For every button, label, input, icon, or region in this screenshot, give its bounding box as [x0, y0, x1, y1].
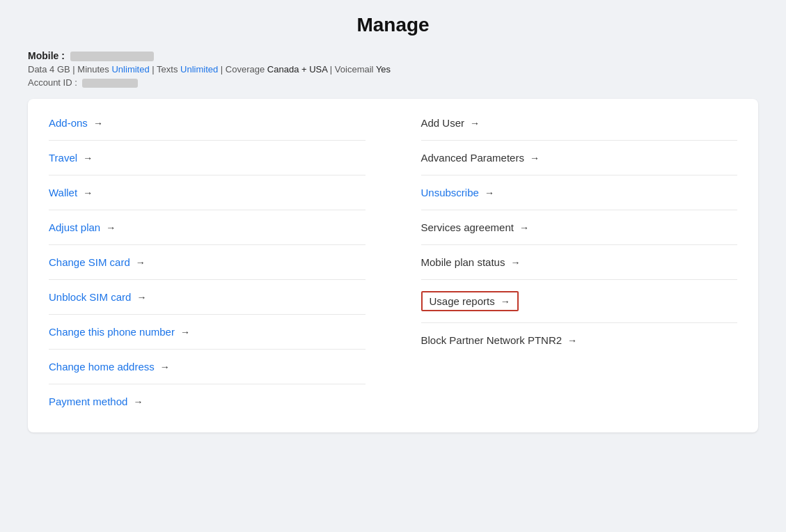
right-menu-item-advanced-parameters[interactable]: Advanced Parameters →: [421, 141, 738, 175]
account-id-row: Account ID :: [28, 77, 758, 88]
left-menu-col: Add-ons →Travel →Wallet →Adjust plan →Ch…: [49, 106, 393, 418]
arrow-icon-block-partner-network: →: [567, 335, 577, 346]
left-menu-label-adjust-plan: Adjust plan: [49, 221, 100, 233]
left-menu-label-unblock-sim-card: Unblock SIM card: [49, 291, 131, 303]
right-menu-col: Add User →Advanced Parameters →Unsubscri…: [393, 106, 738, 418]
left-menu-item-add-ons[interactable]: Add-ons →: [49, 106, 366, 141]
arrow-icon-mobile-plan-status: →: [510, 257, 520, 268]
manage-card: Add-ons →Travel →Wallet →Adjust plan →Ch…: [28, 99, 758, 432]
arrow-icon-add-ons: →: [93, 118, 103, 129]
right-menu-label-usage-reports: Usage reports: [430, 295, 495, 307]
arrow-icon-change-phone-number: →: [180, 327, 190, 338]
left-menu-label-travel: Travel: [49, 152, 77, 164]
right-menu-label-block-partner-network: Block Partner Network PTNR2: [421, 334, 563, 346]
arrow-icon-unsubscribe: →: [485, 187, 494, 198]
arrow-icon-travel: →: [83, 152, 93, 164]
left-menu-item-adjust-plan[interactable]: Adjust plan →: [49, 210, 366, 245]
right-menu-label-advanced-parameters: Advanced Parameters: [421, 152, 524, 164]
left-menu-item-travel[interactable]: Travel →: [49, 141, 366, 175]
left-menu-item-wallet[interactable]: Wallet →: [49, 175, 366, 210]
arrow-icon-wallet: →: [83, 187, 93, 198]
arrow-icon-add-user: →: [470, 118, 480, 129]
left-menu-item-unblock-sim-card[interactable]: Unblock SIM card →: [49, 280, 366, 315]
right-menu-label-mobile-plan-status: Mobile plan status: [421, 256, 505, 268]
right-menu-item-block-partner-network[interactable]: Block Partner Network PTNR2 →: [421, 323, 738, 357]
page-container: Manage Mobile : Data 4 GB | Minutes Unli…: [0, 0, 786, 446]
right-menu-item-unsubscribe[interactable]: Unsubscribe →: [421, 175, 738, 210]
left-menu-label-change-phone-number: Change this phone number: [49, 326, 175, 338]
left-menu-label-add-ons: Add-ons: [49, 117, 88, 129]
right-menu-label-add-user: Add User: [421, 117, 465, 129]
usage-reports-highlighted-box: Usage reports →: [421, 291, 519, 311]
arrow-icon-change-home-address: →: [160, 361, 170, 373]
right-menu-label-unsubscribe: Unsubscribe: [421, 187, 479, 198]
arrow-icon-adjust-plan: →: [106, 222, 116, 233]
arrow-icon-payment-method: →: [133, 396, 143, 407]
menu-grid: Add-ons →Travel →Wallet →Adjust plan →Ch…: [49, 106, 737, 418]
mobile-number-blur: [70, 52, 154, 61]
account-id-blur: [82, 79, 138, 88]
arrow-icon-usage-reports: →: [501, 296, 510, 307]
right-menu-item-usage-reports[interactable]: Usage reports →: [421, 280, 738, 323]
arrow-icon-advanced-parameters: →: [530, 152, 540, 164]
mobile-label: Mobile :: [28, 50, 758, 61]
arrow-icon-services-agreement: →: [519, 222, 529, 233]
right-menu-label-services-agreement: Services agreement: [421, 221, 514, 233]
left-menu-item-change-sim-card[interactable]: Change SIM card →: [49, 245, 366, 280]
left-menu-item-change-home-address[interactable]: Change home address →: [49, 350, 366, 384]
account-info: Mobile : Data 4 GB | Minutes Unlimited |…: [28, 50, 758, 88]
arrow-icon-unblock-sim-card: →: [136, 292, 146, 303]
plan-details: Data 4 GB | Minutes Unlimited | Texts Un…: [28, 64, 758, 75]
left-menu-item-payment-method[interactable]: Payment method →: [49, 384, 366, 418]
left-menu-label-payment-method: Payment method: [49, 396, 127, 407]
arrow-icon-change-sim-card: →: [136, 257, 146, 268]
right-menu-item-mobile-plan-status[interactable]: Mobile plan status →: [421, 245, 738, 280]
left-menu-label-change-sim-card: Change SIM card: [49, 256, 130, 268]
page-title: Manage: [28, 14, 758, 36]
left-menu-label-wallet: Wallet: [49, 187, 77, 198]
right-menu-item-add-user[interactable]: Add User →: [421, 106, 738, 141]
left-menu-label-change-home-address: Change home address: [49, 361, 155, 373]
right-menu-item-services-agreement[interactable]: Services agreement →: [421, 210, 738, 245]
left-menu-item-change-phone-number[interactable]: Change this phone number →: [49, 315, 366, 350]
